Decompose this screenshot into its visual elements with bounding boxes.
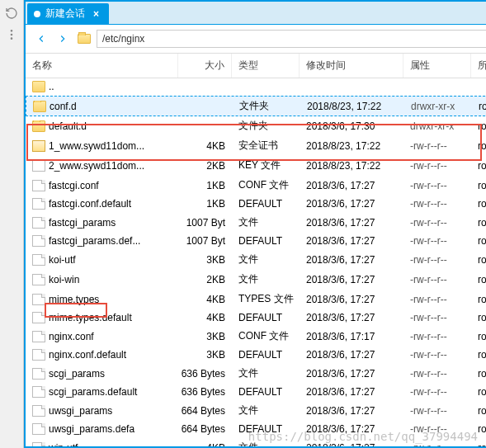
file-icon (32, 368, 45, 380)
file-size: 2KB (178, 274, 232, 285)
file-row[interactable]: scgi_params.default636 BytesDEFAULT2018/… (26, 384, 486, 401)
close-icon[interactable]: × (93, 8, 99, 20)
file-size: 3KB (178, 349, 232, 361)
file-attrs: -rw-r--r-- (403, 294, 471, 305)
file-row[interactable]: 1_www.sywd11dom...4KB安全证书2018/8/23, 17:2… (26, 136, 486, 156)
cert-icon (32, 140, 45, 152)
file-attrs: -rw-r--r-- (403, 331, 471, 342)
file-attrs: -rw-r--r-- (403, 349, 471, 361)
file-type: DEFAULT (232, 349, 300, 361)
left-sidebar (0, 0, 24, 448)
column-type[interactable]: 类型 (232, 54, 300, 78)
file-icon (32, 423, 45, 435)
file-attrs: -rw-r--r-- (403, 442, 471, 447)
file-type: 文件夹 (233, 99, 300, 113)
file-type: DEFAULT (232, 235, 300, 247)
file-attrs: -rw-r--r-- (403, 405, 471, 417)
path-input[interactable] (97, 30, 486, 48)
tab-bar: 新建会话 × (26, 2, 486, 25)
file-size: 4KB (178, 294, 232, 305)
file-attrs: drwxr-xr-x (403, 120, 471, 132)
file-modified: 2018/3/6, 17:27 (300, 235, 403, 247)
file-row[interactable]: fastcgi.conf1KBCONF 文件2018/3/6, 17:27-rw… (26, 176, 486, 196)
file-size: 4KB (178, 442, 232, 447)
file-attrs: -rw-r--r-- (403, 254, 471, 266)
file-row[interactable]: nginx.conf3KBCONF 文件2018/3/6, 17:17-rw-r… (26, 327, 486, 347)
file-row[interactable]: mime.types.default4KBDEFAULT2018/3/6, 17… (26, 309, 486, 327)
file-owner: ro (471, 217, 486, 229)
file-type: 文件 (232, 272, 300, 286)
key-icon (32, 160, 45, 172)
file-owner: ro (472, 101, 486, 112)
svg-point-2 (11, 38, 12, 39)
file-attrs: -rw-r--r-- (403, 140, 471, 152)
column-name[interactable]: 名称 (26, 54, 178, 78)
file-modified: 2018/3/6, 17:27 (300, 254, 403, 266)
column-owner[interactable]: 所 (471, 54, 486, 78)
file-type: 文件 (232, 215, 300, 229)
file-row[interactable]: default.d文件夹2018/3/6, 17:30drwxr-xr-xro (26, 116, 486, 136)
file-owner: ro (471, 140, 486, 152)
file-size: 636 Bytes (178, 368, 232, 380)
file-size: 2KB (178, 160, 232, 172)
file-row[interactable]: 2_www.sywd11dom...2KBKEY 文件2018/8/23, 17… (26, 156, 486, 176)
file-row[interactable]: scgi_params636 Bytes文件2018/3/6, 17:27-rw… (26, 364, 486, 384)
file-type: DEFAULT (232, 312, 300, 323)
file-type: CONF 文件 (232, 178, 300, 192)
forward-button[interactable] (54, 30, 72, 48)
file-row[interactable]: koi-utf3KB文件2018/3/6, 17:27-rw-r--r--ro (26, 250, 486, 270)
file-row[interactable]: win-utf4KB文件2018/3/6, 17:27-rw-r--r--ro (26, 438, 486, 446)
file-name: scgi_params.default (49, 386, 137, 398)
file-owner: ro (471, 423, 486, 435)
file-row[interactable]: .. (26, 78, 486, 96)
file-icon (32, 386, 45, 398)
file-row[interactable]: nginx.conf.default3KBDEFAULT2018/3/6, 17… (26, 347, 486, 364)
file-modified: 2018/3/6, 17:27 (300, 274, 403, 285)
file-owner: ro (471, 274, 486, 285)
toolbar (26, 25, 486, 54)
file-row[interactable]: koi-win2KB文件2018/3/6, 17:27-rw-r--r--ro (26, 270, 486, 290)
file-attrs: -rw-r--r-- (403, 235, 471, 247)
file-row[interactable]: mime.types4KBTYPES 文件2018/3/6, 17:27-rw-… (26, 290, 486, 309)
file-name: win-utf (49, 442, 78, 447)
file-rows: ..conf.d文件夹2018/8/23, 17:22drwxr-xr-xrod… (26, 78, 486, 446)
file-type: DEFAULT (232, 423, 300, 435)
column-size[interactable]: 大小 (178, 54, 232, 78)
file-attrs: -rw-r--r-- (403, 423, 471, 435)
file-name: fastcgi_params (49, 217, 116, 229)
file-modified: 2018/3/6, 17:27 (300, 217, 403, 229)
column-modified[interactable]: 修改时间 (300, 54, 403, 78)
file-name: 2_www.sywd11dom... (49, 160, 144, 172)
file-size: 4KB (178, 140, 232, 152)
file-header: 名称 大小 类型 修改时间 属性 所 (26, 54, 486, 78)
file-row[interactable]: fastcgi_params.def...1007 BytDEFAULT2018… (26, 233, 486, 250)
file-row[interactable]: conf.d文件夹2018/8/23, 17:22drwxr-xr-xro (26, 96, 486, 116)
file-row[interactable]: fastcgi.conf.default1KBDEFAULT2018/3/6, … (26, 196, 486, 213)
file-attrs: -rw-r--r-- (403, 368, 471, 380)
file-row[interactable]: uwsgi_params.defa664 BytesDEFAULT2018/3/… (26, 421, 486, 438)
file-name: nginx.conf (49, 331, 94, 342)
file-owner: ro (471, 349, 486, 361)
file-row[interactable]: fastcgi_params1007 Byt文件2018/3/6, 17:27-… (26, 213, 486, 233)
file-name: .. (49, 81, 54, 92)
sidebar-refresh-button[interactable] (0, 3, 23, 23)
file-attrs: -rw-r--r-- (403, 180, 471, 191)
column-attrs[interactable]: 属性 (403, 54, 471, 78)
file-type: 文件夹 (232, 119, 300, 133)
file-row[interactable]: uwsgi_params664 Bytes文件2018/3/6, 17:27-r… (26, 401, 486, 421)
file-name: nginx.conf.default (49, 349, 126, 361)
file-name: mime.types.default (49, 312, 132, 323)
back-button[interactable] (32, 30, 50, 48)
file-size: 1007 Byt (178, 235, 232, 247)
file-modified: 2018/3/6, 17:27 (300, 405, 403, 417)
file-modified: 2018/3/6, 17:27 (300, 312, 403, 323)
file-modified: 2018/3/6, 17:27 (300, 368, 403, 380)
file-size: 1KB (178, 180, 232, 191)
session-tab[interactable]: 新建会话 × (27, 3, 109, 24)
file-attrs: -rw-r--r-- (403, 312, 471, 323)
file-icon (32, 349, 45, 361)
sidebar-menu-button[interactable] (0, 25, 23, 45)
folder-icon (75, 30, 93, 48)
file-icon (32, 274, 45, 285)
file-attrs: -rw-r--r-- (403, 274, 471, 285)
